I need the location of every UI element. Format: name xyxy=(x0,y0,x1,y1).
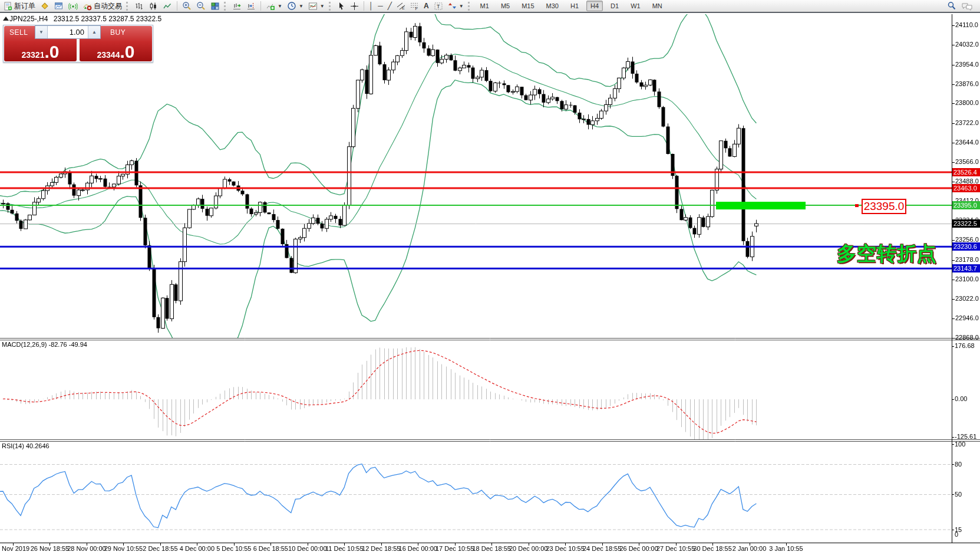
text-label-tool-button[interactable]: T xyxy=(431,1,446,11)
price-tick-label: 23644.0 xyxy=(955,139,979,146)
sell-price: 23321 .0 xyxy=(4,43,77,61)
autotrading-button[interactable]: 自动交易 xyxy=(80,1,124,11)
signals-button[interactable] xyxy=(66,1,80,11)
price-tick-label: 24032.0 xyxy=(955,41,979,48)
rsi-label: RSI(14) 40.2646 xyxy=(2,442,50,449)
fibonacci-tool-button[interactable]: F xyxy=(408,1,421,11)
price-tick-label: 23178.0 xyxy=(955,256,979,263)
signals-icon xyxy=(68,2,78,11)
timeframe-button-w1[interactable]: W1 xyxy=(626,1,645,11)
one-click-collapse-icon[interactable] xyxy=(3,17,9,21)
timeframe-button-h1[interactable]: H1 xyxy=(566,1,583,11)
toolbar-drag-handle[interactable] xyxy=(329,2,333,11)
templates-icon xyxy=(308,2,318,11)
timeframe-button-m1[interactable]: M1 xyxy=(476,1,493,11)
svg-text:E: E xyxy=(402,6,405,10)
timeframe-button-h4[interactable]: H4 xyxy=(586,1,603,11)
macd-scale-label: 176.68 xyxy=(955,342,975,349)
one-click-trading-panel: SELL 23321 .0 BUY 23344 .0 ▼ ▲ xyxy=(3,25,153,63)
search-button[interactable] xyxy=(945,1,959,11)
zoom-in-button[interactable] xyxy=(180,1,194,11)
volume-spinner: ▼ ▲ xyxy=(35,25,101,39)
level-price-label: 23526.4 xyxy=(952,168,980,176)
horizontal-line-tool-button[interactable]: ─ xyxy=(375,1,385,11)
chart-shift-button[interactable] xyxy=(244,1,258,11)
price-tick-label: 23566.0 xyxy=(955,158,979,165)
timeframe-button-mn[interactable]: MN xyxy=(648,1,666,11)
templates-dropdown-icon[interactable]: ▼ xyxy=(320,4,325,9)
bar-chart-icon xyxy=(134,2,144,11)
vertical-line-tool-button[interactable]: │ xyxy=(367,1,376,11)
periods-button[interactable]: ▼ xyxy=(285,1,306,11)
price-callout-box[interactable]: 23395.0 xyxy=(862,199,906,214)
text-tool-button[interactable]: A xyxy=(421,1,431,11)
chat-button[interactable] xyxy=(959,1,975,11)
new-order-button[interactable]: 新订单 xyxy=(1,1,38,11)
macd-scale-label: -125.61 xyxy=(955,433,976,440)
timeframe-button-m15[interactable]: M15 xyxy=(517,1,538,11)
chart-title: JPN225-,H4 23312.5 23337.5 23287.5 23322… xyxy=(9,15,161,23)
cursor-tool-button[interactable] xyxy=(335,1,348,11)
tile-windows-button[interactable] xyxy=(208,1,222,11)
chat-icon xyxy=(961,2,973,11)
metaeditor-button[interactable] xyxy=(38,1,52,11)
auto-scroll-icon xyxy=(232,2,242,11)
trendline-tool-button[interactable]: ╱ xyxy=(385,1,394,11)
time-axis-label: 3 Jan 10:55 xyxy=(760,545,813,552)
level-price-label: 23395.0 xyxy=(952,201,980,209)
volume-decrease-button[interactable]: ▼ xyxy=(35,26,48,38)
level-price-label: 23230.6 xyxy=(952,242,980,251)
channel-tool-button[interactable]: E xyxy=(394,1,408,11)
macd-scale-label: 0.00 xyxy=(955,395,967,402)
indicators-dropdown-icon[interactable]: ▼ xyxy=(278,4,282,9)
toolbar-drag-handle[interactable] xyxy=(224,2,228,11)
tile-windows-icon xyxy=(210,2,220,11)
arrows-icon xyxy=(448,2,457,10)
turning-point-annotation: 多空转折点 xyxy=(837,241,937,267)
rsi-scale-label: 100 xyxy=(955,441,965,448)
arrows-tool-button[interactable]: ▼ xyxy=(446,1,466,11)
toolbar-drag-handle[interactable] xyxy=(468,2,472,11)
candlestick-chart-type-button[interactable] xyxy=(146,1,160,11)
chart-ohlc-values: 23312.5 23337.5 23287.5 23322.5 xyxy=(54,15,162,23)
templates-button[interactable]: ▼ xyxy=(306,1,327,11)
channel-icon: E xyxy=(397,2,405,10)
periods-dropdown-icon[interactable]: ▼ xyxy=(299,4,303,9)
zoom-out-icon xyxy=(196,1,206,11)
auto-scroll-button[interactable] xyxy=(230,1,244,11)
price-tick-label: 23722.0 xyxy=(955,119,979,126)
zoom-out-button[interactable] xyxy=(194,1,208,11)
timeframe-button-m30[interactable]: M30 xyxy=(542,1,563,11)
crosshair-tool-button[interactable] xyxy=(348,1,361,11)
toolbar-drag-handle[interactable] xyxy=(126,2,130,11)
volume-increase-button[interactable]: ▲ xyxy=(88,26,100,38)
buy-price-main: 23344 xyxy=(97,50,120,60)
line-chart-type-button[interactable] xyxy=(160,1,174,11)
timeframe-button-d1[interactable]: D1 xyxy=(606,1,623,11)
bar-chart-type-button[interactable] xyxy=(132,1,146,11)
level-price-label: 23322.5 xyxy=(952,219,980,228)
terminal-button[interactable] xyxy=(52,1,66,11)
autotrading-label: 自动交易 xyxy=(94,1,122,11)
indicators-add-icon xyxy=(266,2,275,11)
toolbar: 新订单 自动交易 xyxy=(0,0,980,13)
chart-area[interactable] xyxy=(0,0,980,555)
indicators-button[interactable]: ▼ xyxy=(263,1,285,11)
price-tick-label: 22868.0 xyxy=(955,334,979,341)
volume-input[interactable] xyxy=(48,26,88,38)
price-tick-label: 23954.0 xyxy=(955,61,979,68)
level-price-label: 23463.0 xyxy=(952,184,980,192)
price-tick-label: 23800.0 xyxy=(955,99,979,106)
sell-price-frac: .0 xyxy=(44,43,59,61)
text-tool-icon: A xyxy=(424,2,429,10)
arrows-dropdown-icon[interactable]: ▼ xyxy=(459,4,464,9)
buy-price-frac: .0 xyxy=(120,43,134,61)
trendline-icon: ╱ xyxy=(388,2,392,10)
autotrading-icon xyxy=(83,2,92,11)
timeframe-button-m5[interactable]: M5 xyxy=(497,1,514,11)
svg-text:T: T xyxy=(437,4,440,9)
chart-symbol-period: JPN225-,H4 xyxy=(9,15,48,23)
crosshair-icon xyxy=(350,2,359,11)
cursor-icon xyxy=(337,2,345,11)
fibonacci-icon: F xyxy=(410,2,419,10)
